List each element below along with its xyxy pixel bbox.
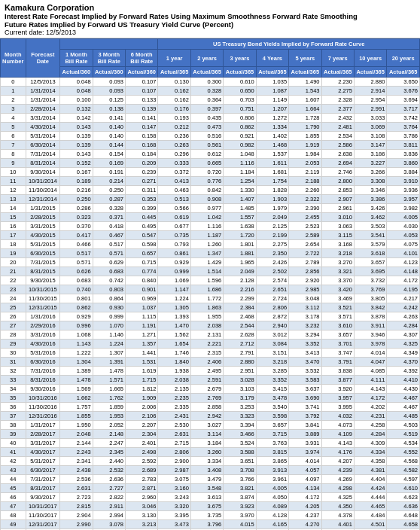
cell-rate: 0.473 <box>190 123 223 132</box>
cell-rate: 2.052 <box>93 421 125 430</box>
cell-rate: 1.191 <box>126 321 158 330</box>
cell-rate: 1.537 <box>256 150 288 159</box>
cell-rate: 4.172 <box>289 493 321 502</box>
cell-rate: 1.531 <box>126 358 158 367</box>
cell-rate: 1.772 <box>190 294 223 303</box>
cell-forecast-date: 10/31/2016 <box>26 394 60 403</box>
cell-rate: 4.050 <box>256 493 288 502</box>
cell-month-number: 40 <box>1 439 26 448</box>
cell-rate: 3.084 <box>256 340 288 349</box>
cell-rate: 0.158 <box>126 132 158 141</box>
cell-rate: 0.162 <box>158 96 190 105</box>
cell-rate: 4.123 <box>387 258 420 267</box>
cell-rate: 3.178 <box>289 312 321 321</box>
cell-rate: 2.679 <box>190 385 223 394</box>
cell-rate: 1.596 <box>190 276 223 285</box>
cell-rate: 3.741 <box>289 403 321 412</box>
cell-rate: 2.871 <box>126 484 158 493</box>
cell-rate: 0.517 <box>60 249 93 258</box>
cell-rate: 3.078 <box>93 520 125 529</box>
cell-rate: 0.842 <box>190 186 223 195</box>
cell-rate: 1.271 <box>126 330 158 340</box>
cell-rate: 1.950 <box>60 421 93 430</box>
cell-rate: 2.907 <box>321 195 354 204</box>
table-row: 76/30/20140.1390.1440.1680.2630.5610.982… <box>1 141 420 150</box>
col-6m-act: Actual/360 <box>126 67 158 78</box>
page-header: Kamakura Corporation Interest Rate Forec… <box>0 0 420 38</box>
cell-forecast-date: 12/31/2016 <box>26 412 60 421</box>
cell-rate: 1.087 <box>256 87 288 96</box>
cell-month-number: 11 <box>1 177 26 186</box>
cell-rate: 3.974 <box>289 448 321 457</box>
col-20y: 20 years <box>387 50 420 67</box>
cell-forecast-date: 1/31/2014 <box>26 96 60 105</box>
col-5y-act: Actual/365 <box>289 67 321 78</box>
cell-rate: 0.093 <box>93 78 125 87</box>
cell-rate: 2.951 <box>224 367 256 376</box>
cell-rate: 0.650 <box>224 87 256 96</box>
cell-month-number: 28 <box>1 330 26 340</box>
cell-rate: 1.305 <box>158 303 190 312</box>
cell-rate: 0.139 <box>126 105 158 114</box>
cell-rate: 3.865 <box>256 457 288 466</box>
cell-rate: 4.284 <box>387 321 420 330</box>
cell-forecast-date: 6/30/2017 <box>26 466 60 475</box>
cell-rate: 3.735 <box>190 511 223 520</box>
cell-forecast-date: 2/29/2016 <box>26 321 60 330</box>
cell-rate: 3.370 <box>321 276 354 285</box>
cell-rate: 4.263 <box>387 312 420 321</box>
table-row: 11/31/20140.0480.0930.1070.1620.3280.650… <box>1 87 420 96</box>
cell-rate: 3.108 <box>354 132 386 141</box>
cell-rate: 2.322 <box>289 195 321 204</box>
cell-month-number: 37 <box>1 412 26 421</box>
cell-rate: 3.285 <box>256 367 288 376</box>
cell-rate: 1.720 <box>224 231 256 240</box>
table-row: 012/5/20130.0480.0930.1070.1300.3000.610… <box>1 78 420 87</box>
cell-rate: 0.189 <box>60 177 93 186</box>
cell-rate: 1.746 <box>158 349 190 358</box>
cell-month-number: 8 <box>1 150 26 159</box>
cell-month-number: 23 <box>1 285 26 294</box>
current-date: Current date: 12/5/2013 <box>5 29 415 36</box>
cell-rate: 0.495 <box>126 222 158 231</box>
cell-rate: 3.920 <box>321 385 354 394</box>
cell-rate: 4.410 <box>387 376 420 385</box>
table-row: 2512/31/20150.8620.9301.0371.3051.8632.3… <box>1 303 420 312</box>
cell-rate: 0.353 <box>126 195 158 204</box>
cell-rate: 2.304 <box>126 430 158 439</box>
cell-rate: 3.936 <box>387 186 420 195</box>
cell-rate: 0.571 <box>60 258 93 267</box>
cell-rate: 3.957 <box>387 195 420 204</box>
cell-rate: 2.481 <box>321 123 354 132</box>
cell-rate: 3.179 <box>224 394 256 403</box>
cell-rate: 1.881 <box>224 249 256 258</box>
cell-rate: 3.540 <box>256 403 288 412</box>
title1: Interest Rate Forecast Implied by Forwar… <box>5 12 415 20</box>
col-4y-act: Actual/365 <box>256 67 288 78</box>
cell-rate: 0.806 <box>224 114 256 123</box>
cell-rate: 2.858 <box>190 403 223 412</box>
cell-rate: 2.638 <box>321 150 354 159</box>
cell-rate: 0.048 <box>60 78 93 87</box>
cell-forecast-date: 6/30/2015 <box>26 249 60 258</box>
cell-rate: 2.856 <box>289 267 321 276</box>
col-3y-act: Actual/365 <box>224 67 256 78</box>
cell-rate: 1.037 <box>126 303 158 312</box>
cell-rate: 1.859 <box>93 403 125 412</box>
cell-rate: 3.842 <box>354 303 386 312</box>
cell-rate: 4.658 <box>387 520 420 529</box>
cell-rate: 2.502 <box>256 267 288 276</box>
cell-rate: 2.592 <box>126 457 158 466</box>
cell-rate: 4.128 <box>256 511 288 520</box>
cell-rate: 0.740 <box>60 285 93 294</box>
cell-forecast-date: 11/30/2017 <box>26 511 60 520</box>
cell-rate: 0.239 <box>126 168 158 177</box>
cell-rate: 0.561 <box>190 141 223 150</box>
cell-month-number: 22 <box>1 276 26 285</box>
cell-rate: 3.815 <box>256 448 288 457</box>
col-10y: 10 years <box>354 50 386 67</box>
cell-rate: 3.386 <box>354 195 386 204</box>
cell-rate: 4.085 <box>354 367 386 376</box>
cell-rate: 0.999 <box>93 312 125 321</box>
cell-rate: 0.677 <box>158 222 190 231</box>
